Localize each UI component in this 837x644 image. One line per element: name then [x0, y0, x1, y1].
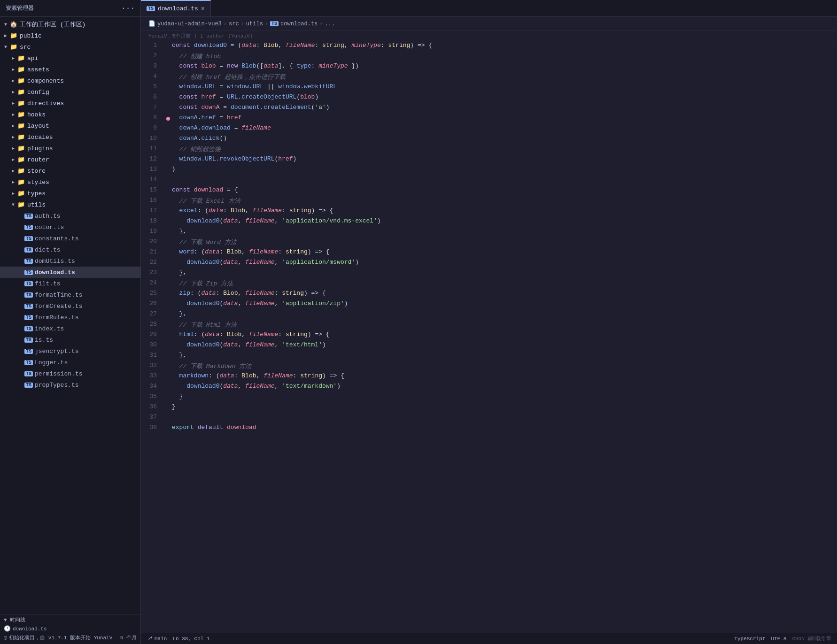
tree-label: directives	[27, 100, 64, 107]
tree-label: store	[27, 168, 46, 175]
tree-item-formCreate-ts[interactable]: TS formCreate.ts	[0, 300, 140, 312]
code-line: 14	[141, 176, 837, 186]
tab-download-ts[interactable]: TS download.ts ×	[141, 0, 211, 16]
line-gutter	[164, 83, 172, 93]
line-content: }	[172, 165, 837, 176]
line-gutter	[164, 341, 172, 351]
tab-close-button[interactable]: ×	[201, 5, 205, 13]
tree-item-permission-ts[interactable]: TS permission.ts	[0, 368, 140, 379]
ts-badge: TS	[24, 225, 33, 230]
tree-item-constants-ts[interactable]: TS constants.ts	[0, 233, 140, 244]
tree-item-domUtils-ts[interactable]: TS domUtils.ts	[0, 255, 140, 267]
status-position: Ln 38, Col 1	[172, 636, 209, 642]
tree-item-store[interactable]: ▶ 📁 store	[0, 165, 140, 176]
tree-item-styles[interactable]: ▶ 📁 styles	[0, 176, 140, 188]
tab-bar: TS download.ts ×	[141, 0, 837, 17]
folder-icon: 📁	[17, 77, 25, 84]
tree-item-auth-ts[interactable]: TS auth.ts	[0, 210, 140, 222]
tree-label: locales	[27, 134, 53, 141]
tree-item-types[interactable]: ▶ 📁 types	[0, 188, 140, 199]
code-line: 23 },	[141, 268, 837, 279]
folder-icon: 📁	[17, 167, 25, 175]
line-content: download0(data, fileName, 'text/markdown…	[172, 382, 837, 392]
line-number: 6	[141, 93, 164, 103]
breadcrumb-utils[interactable]: utils	[246, 21, 263, 27]
timeline-section: ▼ 时间线 🕐 download.ts ◎ 初始化项目，自 v1.7.1 版本开…	[0, 614, 140, 644]
code-line: 4 // 创建 href 超链接，点击进行下载	[141, 72, 837, 83]
line-content: // 销毁超连接	[172, 145, 837, 155]
code-line: 11 // 销毁超连接	[141, 145, 837, 155]
ts-badge: TS	[24, 281, 33, 286]
line-number: 11	[141, 145, 164, 155]
tree-item-utils[interactable]: ▼ 📁 utils	[0, 199, 140, 210]
tree-item-config[interactable]: ▶ 📁 config	[0, 86, 140, 98]
code-editor[interactable]: 1const download0 = (data: Blob, fileName…	[141, 41, 837, 633]
folder-arrow: ▶	[9, 100, 17, 106]
tree-item-jsencrypt-ts[interactable]: TS jsencrypt.ts	[0, 345, 140, 357]
tree-item-index-ts[interactable]: TS index.ts	[0, 323, 140, 334]
sidebar-header-actions[interactable]: ···	[121, 4, 135, 13]
code-line: 32 // 下载 Markdown 方法	[141, 361, 837, 372]
tree-item-public[interactable]: ▶ 📁 public	[0, 30, 140, 41]
tree-item-Logger-ts[interactable]: TS Logger.ts	[0, 357, 140, 368]
code-line: 3 const blob = new Blob([data], { type: …	[141, 62, 837, 72]
tree-item-filt-ts[interactable]: TS filt.ts	[0, 278, 140, 289]
tree-label: plugins	[27, 145, 53, 152]
tree-item-dict-ts[interactable]: TS dict.ts	[0, 244, 140, 255]
tree-item-propTypes-ts[interactable]: TS propTypes.ts	[0, 379, 140, 391]
timeline-item[interactable]: 🕐 download.ts	[4, 624, 137, 633]
tree-item-formatTime-ts[interactable]: TS formatTime.ts	[0, 289, 140, 300]
code-line: 33 markdown: (data: Blob, fileName: stri…	[141, 372, 837, 382]
line-number: 30	[141, 341, 164, 351]
line-number: 35	[141, 392, 164, 403]
status-branch[interactable]: ⎇ main	[147, 636, 167, 642]
breadcrumb-src[interactable]: src	[229, 21, 239, 27]
folder-icon: 📁	[17, 54, 25, 62]
line-number: 17	[141, 207, 164, 217]
tree-item-components[interactable]: ▶ 📁 components	[0, 75, 140, 86]
line-gutter	[164, 186, 172, 196]
timeline-title: ▼ 时间线	[4, 616, 137, 623]
tree-item-color-ts[interactable]: TS color.ts	[0, 222, 140, 233]
line-content: word: (data: Blob, fileName: string) => …	[172, 248, 837, 258]
tree-label: assets	[27, 66, 49, 73]
line-gutter	[164, 72, 172, 83]
line-gutter	[164, 423, 172, 434]
ts-badge: TS	[24, 292, 33, 298]
tree-item-layout[interactable]: ▶ 📁 layout	[0, 120, 140, 131]
line-gutter	[164, 310, 172, 320]
tree-item-api[interactable]: ▶ 📁 api	[0, 53, 140, 64]
tree-item-hooks[interactable]: ▶ 📁 hooks	[0, 109, 140, 120]
tree-item-router[interactable]: ▶ 📁 router	[0, 154, 140, 165]
tree-item-is-ts[interactable]: TS is.ts	[0, 334, 140, 345]
tree-item-directives[interactable]: ▶ 📁 directives	[0, 98, 140, 109]
breadcrumb-project[interactable]: yudao-ui-admin-vue3	[157, 21, 222, 27]
tree-item-formRules-ts[interactable]: TS formRules.ts	[0, 312, 140, 323]
ts-badge: TS	[24, 326, 33, 331]
folder-icon: 📁	[17, 190, 25, 197]
ts-badge: TS	[24, 259, 33, 264]
line-content: },	[172, 351, 837, 361]
folder-arrow: ▶	[9, 168, 17, 174]
tree-label: public	[20, 32, 42, 39]
folder-arrow: ▶	[9, 55, 17, 61]
tree-item-locales[interactable]: ▶ 📁 locales	[0, 131, 140, 143]
tree-item-download-ts[interactable]: TS download.ts	[0, 267, 140, 278]
line-content: },	[172, 310, 837, 320]
workspace-root[interactable]: ▼ 🏠 工作的工作区 (工作区)	[0, 19, 140, 30]
tree-item-assets[interactable]: ▶ 📁 assets	[0, 64, 140, 75]
breadcrumb-filename[interactable]: download.ts	[280, 21, 318, 27]
line-content: window.URL = window.URL || window.webkit…	[172, 83, 837, 93]
tree-label: constants.ts	[35, 235, 79, 242]
line-gutter	[164, 361, 172, 372]
line-gutter	[164, 248, 172, 258]
breadcrumb-more[interactable]: ...	[325, 21, 335, 27]
tree-label: dict.ts	[35, 246, 61, 253]
line-content: },	[172, 227, 837, 238]
status-bar: ⎇ main Ln 38, Col 1 TypeScript UTF-8 CSD…	[141, 633, 837, 644]
ts-badge: TS	[24, 304, 33, 309]
tree-item-plugins[interactable]: ▶ 📁 plugins	[0, 143, 140, 154]
folder-arrow: ▶	[2, 33, 9, 38]
folder-icon: 📁	[9, 43, 18, 51]
tree-item-src[interactable]: ▼ 📁 src	[0, 41, 140, 53]
